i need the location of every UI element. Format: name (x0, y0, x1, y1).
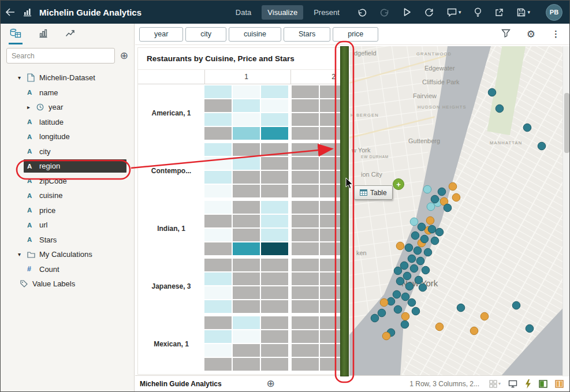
filter-pill-price[interactable]: price (333, 27, 378, 42)
heatmap-cell[interactable] (233, 259, 260, 271)
insights-icon[interactable] (474, 8, 482, 17)
tree-item-name[interactable]: Aname (1, 85, 134, 100)
map-data-point[interactable] (470, 327, 478, 335)
heatmap-cell[interactable] (261, 300, 288, 313)
nav-present[interactable]: Present (308, 5, 345, 20)
heatmap-cell[interactable] (233, 344, 260, 357)
save-caret-icon[interactable]: ▾ (527, 10, 530, 15)
map-data-point[interactable] (396, 277, 404, 285)
heatmap-cell[interactable] (292, 286, 319, 299)
map-data-point[interactable] (427, 203, 435, 211)
map-data-point[interactable] (422, 266, 430, 274)
heatmap-cell[interactable] (320, 215, 342, 227)
heatmap-cell[interactable] (261, 185, 288, 197)
heatmap-cell[interactable] (204, 113, 232, 126)
heatmap-cell[interactable] (292, 99, 319, 112)
heatmap-cell[interactable] (320, 300, 342, 313)
tab-analytics[interactable] (64, 24, 76, 44)
back-icon[interactable] (5, 8, 16, 16)
undo-icon[interactable] (357, 8, 367, 17)
map-data-point[interactable] (496, 104, 504, 113)
heatmap-cell[interactable] (204, 171, 232, 184)
present-canvas-icon[interactable] (508, 380, 517, 388)
map-data-point[interactable] (380, 298, 388, 307)
heatmap-cell[interactable] (261, 99, 288, 112)
map-data-point[interactable] (424, 248, 432, 256)
heatmap-cell[interactable] (292, 157, 319, 170)
heatmap-cell[interactable] (320, 99, 342, 112)
save-icon[interactable]: ▾ (517, 8, 530, 17)
heatmap-cell[interactable] (233, 242, 260, 255)
single-canvas-layout-icon[interactable] (539, 380, 547, 388)
heatmap-cell[interactable] (233, 171, 260, 184)
heatmap-cell[interactable] (233, 316, 260, 329)
map-data-point[interactable] (435, 228, 444, 236)
grid-layout-icon[interactable]: ▾ (489, 380, 501, 388)
nav-visualize[interactable]: Visualize (262, 5, 303, 20)
heatmap-cell[interactable] (320, 242, 342, 255)
heatmap-cell[interactable] (261, 229, 288, 241)
heatmap-cell[interactable] (233, 113, 260, 126)
map-data-point[interactable] (393, 290, 401, 298)
heatmap-cell[interactable] (292, 259, 319, 271)
heatmap-cell[interactable] (261, 85, 288, 98)
heatmap-cell[interactable] (292, 242, 319, 255)
heatmap-cell[interactable] (261, 330, 288, 343)
map-data-point[interactable] (431, 237, 439, 245)
vertical-scrollbar[interactable] (562, 46, 570, 376)
heatmap-cell[interactable] (233, 127, 260, 140)
tree-item-michelin-dataset[interactable]: ▾Michelin-Dataset (1, 70, 134, 85)
heatmap-cell[interactable] (261, 143, 288, 156)
map-data-point[interactable] (403, 272, 411, 280)
tree-item-longitude[interactable]: Alongitude (1, 129, 134, 144)
tab-data-elements[interactable] (9, 24, 23, 44)
map-data-point[interactable] (378, 309, 386, 317)
scrollbar-thumb[interactable] (564, 93, 569, 153)
map-data-point[interactable] (411, 232, 419, 240)
heatmap-cell[interactable] (320, 229, 342, 241)
map-data-point[interactable] (426, 216, 434, 225)
comments-icon[interactable]: ▾ (447, 8, 461, 17)
heatmap-cell[interactable] (320, 286, 342, 299)
map-data-point[interactable] (523, 124, 531, 132)
heatmap-cell[interactable] (292, 316, 319, 329)
filter-pill-year[interactable]: year (139, 27, 183, 42)
heatmap-cell[interactable] (320, 85, 342, 98)
heatmap-cell[interactable] (261, 242, 288, 255)
add-dataset-icon[interactable]: ⊕ (120, 51, 128, 61)
heatmap-cell[interactable] (292, 185, 319, 197)
export-icon[interactable] (495, 8, 504, 17)
heatmap-cell[interactable] (204, 85, 232, 98)
split-canvas-layout-icon[interactable] (555, 380, 564, 388)
map-data-point[interactable] (382, 332, 390, 340)
heatmap-cell[interactable] (204, 259, 232, 271)
tree-caret-icon[interactable]: ▾ (18, 251, 27, 257)
map-data-point[interactable] (435, 323, 444, 331)
refresh-data-icon[interactable] (424, 8, 434, 17)
map-data-point[interactable] (480, 312, 489, 320)
heatmap-cell[interactable] (261, 259, 288, 271)
map-data-point[interactable] (526, 324, 534, 333)
heatmap-cell[interactable] (292, 85, 319, 98)
tree-item-count[interactable]: #Count (1, 262, 134, 277)
heatmap-cell[interactable] (233, 330, 260, 343)
redo-icon[interactable] (380, 8, 390, 17)
map-data-point[interactable] (418, 223, 426, 231)
map-data-point[interactable] (428, 225, 436, 233)
map-data-point[interactable] (408, 255, 416, 263)
heatmap-cell[interactable] (204, 272, 232, 285)
auto-insights-icon[interactable] (525, 379, 531, 389)
heatmap-cell[interactable] (233, 99, 260, 112)
heatmap-cell[interactable] (292, 272, 319, 285)
heatmap-cell[interactable] (204, 143, 232, 156)
heatmap-cell[interactable] (204, 344, 232, 357)
heatmap-cell[interactable] (320, 330, 342, 343)
map-data-point[interactable] (371, 314, 379, 322)
heatmap-cell[interactable] (204, 127, 232, 140)
filter-icon[interactable] (501, 29, 511, 40)
map-data-point[interactable] (449, 182, 457, 191)
heatmap-cell[interactable] (204, 358, 232, 371)
heatmap-cell[interactable] (292, 229, 319, 241)
tree-item-url[interactable]: Aurl (1, 218, 134, 233)
map-data-point[interactable] (452, 193, 460, 201)
